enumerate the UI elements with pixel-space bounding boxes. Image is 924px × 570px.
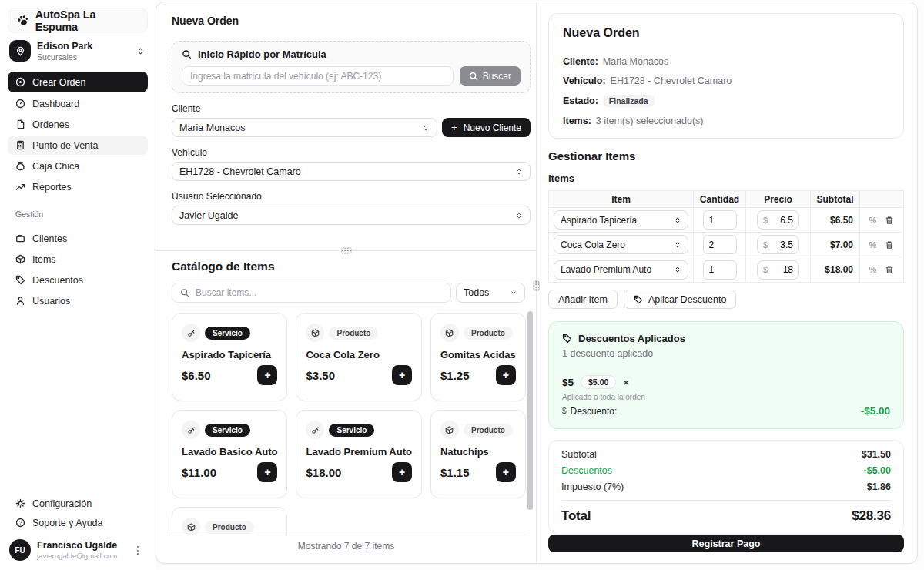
item-select[interactable]: Aspirado Tapicería [554,210,688,230]
cliente-select[interactable]: Maria Monacos [172,118,437,137]
plus-icon: + [399,369,405,381]
kebab-menu-icon[interactable]: ⋮ [129,544,146,556]
item-name: Gomitas Acidas [440,349,516,360]
catalog-footer: Mostrando 7 de 7 items [167,535,525,557]
gear-icon [15,498,25,508]
add-to-order-button[interactable]: + [257,462,277,482]
quantity-input[interactable] [703,260,737,280]
add-to-order-button[interactable]: + [392,462,412,482]
add-to-order-button[interactable]: + [496,462,516,482]
percent-discount-button[interactable]: % [869,216,877,225]
user-icon [15,296,25,306]
wrench-icon [182,324,200,342]
package-icon [440,421,459,439]
buscar-button[interactable]: Buscar [460,66,521,86]
add-item-button[interactable]: Añadir Item [548,290,618,309]
content-shell: Nueva Orden Inicio Rápido por Matrícula … [156,2,918,564]
tag-icon [562,334,572,344]
catalog-search-input[interactable] [196,287,443,298]
sidebar-item-usuarios[interactable]: Usuarios [8,291,148,310]
chevron-down-icon [510,289,517,297]
item-type-badge: Producto [464,327,513,340]
sidebar-item-configuracion[interactable]: Configuración [8,494,148,513]
item-type-badge: Producto [464,424,513,437]
usuario-select[interactable]: Javier Ugalde [172,206,531,225]
nuevo-cliente-button[interactable]: + Nuevo Cliente [442,118,531,137]
quantity-input[interactable] [703,210,737,230]
search-icon [180,288,189,297]
catalog-search [172,283,451,303]
user-email: javierugalde@gmail.com [37,552,117,560]
main-area: Nueva Orden Inicio Rápido por Matrícula … [156,0,924,570]
order-items-table: Item Cantidad Precio Subtotal Aspirado T… [548,190,904,283]
items-subtitle: Items [548,173,904,184]
item-select[interactable]: Coca Cola Zero [554,235,688,254]
price-field: $ [757,235,799,254]
add-to-order-button[interactable]: + [496,365,516,385]
price-input[interactable] [770,240,793,250]
item-name: Aspirado Tapicería [182,349,277,360]
branch-selector[interactable]: Edison Park Sucursales [8,33,148,66]
tag-icon [634,295,643,304]
catalog-item-card: Servicio Lavado Basico Auto $11.00 + [172,410,287,498]
matricula-input[interactable] [182,66,454,86]
percent-discount-button[interactable]: % [869,240,877,250]
chevron-updown-icon [515,168,523,176]
scrollbar-thumb[interactable] [527,311,533,510]
sidebar-item-punto-de-venta[interactable]: Punto de Venta [8,136,148,155]
vertical-divider [536,2,537,563]
item-price: $11.00 [182,466,216,479]
plus-icon: + [503,466,509,478]
briefcase-icon [15,233,25,243]
item-price: $3.50 [306,369,335,382]
item-name: Natuchips [440,446,516,458]
category-filter-select[interactable]: Todos [456,283,525,303]
quantity-input[interactable] [703,235,737,254]
sidebar-item-soporte[interactable]: ? Soporte y Ayuda [8,513,148,532]
plus-icon: + [264,466,270,478]
register-payment-button[interactable]: Registrar Pago [548,535,904,552]
money-bag-icon [15,161,25,171]
vehiculo-select[interactable]: EH1728 - Chevrolet Camaro [172,162,531,181]
trash-icon[interactable] [885,240,894,250]
resize-handle-vertical[interactable] [533,280,540,291]
totals-card: Subtotal $31.50 Descuentos -$5.00 Impues… [548,440,904,535]
sidebar-item-items[interactable]: Items [8,250,148,269]
trash-icon[interactable] [885,216,894,225]
price-input[interactable] [770,215,793,226]
quick-start-box: Inicio Rápido por Matrícula Buscar [172,41,531,93]
sidebar-item-caja-chica[interactable]: Caja Chica [8,156,148,176]
discount-amount-badge: $5.00 [581,375,616,389]
trash-icon[interactable] [885,265,894,274]
remove-discount-button[interactable]: × [623,377,629,388]
item-name: Lavado Basico Auto [182,446,277,458]
estado-summary-label: Estado: [563,96,598,106]
package-icon [306,324,324,342]
sidebar-item-reportes[interactable]: Reportes [8,177,148,196]
plus-icon: + [399,466,405,478]
brand-logo[interactable]: AutoSpa La Espuma [8,8,148,33]
vehiculo-summary-value: EH1728 - Chevrolet Camaro [611,75,732,86]
package-icon [440,324,459,342]
item-price: $1.15 [440,466,470,479]
sidebar-item-crear-orden[interactable]: Crear Orden [8,72,148,92]
totals-divider [561,500,891,501]
chevron-updown-icon [515,212,523,220]
calculator-icon [15,140,25,150]
add-to-order-button[interactable]: + [257,365,277,385]
tag-icon [15,275,25,285]
item-name: Lavado Premium Auto [306,446,411,458]
price-input[interactable] [770,264,793,275]
col-item: Item [549,191,694,207]
sidebar-item-ordenes[interactable]: Ordenes [8,115,148,134]
applied-discounts-card: Descuentos Aplicados 1 descuento aplicad… [548,321,904,429]
apply-discount-button[interactable]: Aplicar Descuento [624,290,736,309]
percent-discount-button[interactable]: % [869,265,877,274]
cliente-summary-label: Cliente: [563,56,598,67]
sidebar-item-clientes[interactable]: Clientes [8,229,148,248]
sidebar-item-descuentos[interactable]: Descuentos [8,270,148,290]
grand-total-row: Total $28.36 [561,508,891,524]
sidebar-item-dashboard[interactable]: Dashboard [8,94,148,113]
add-to-order-button[interactable]: + [392,365,412,385]
item-select[interactable]: Lavado Premium Auto [554,260,688,280]
